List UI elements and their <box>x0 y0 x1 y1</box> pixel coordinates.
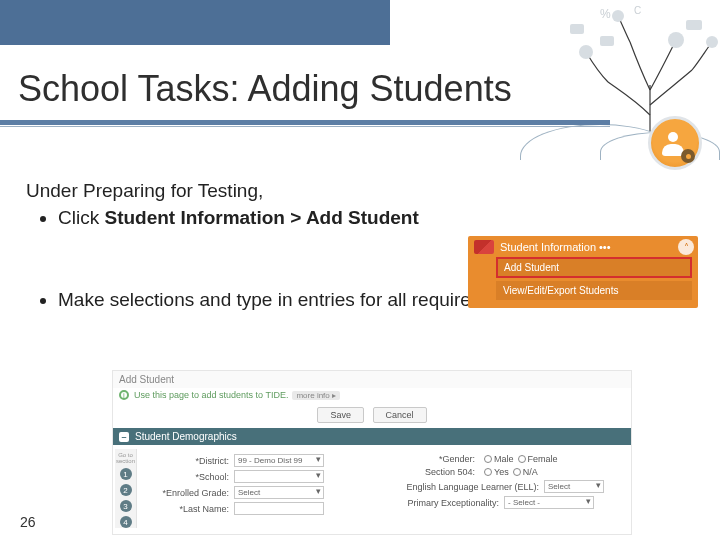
info-icon: i <box>119 390 129 400</box>
title-underline <box>0 120 610 125</box>
school-select[interactable] <box>234 470 324 483</box>
ell-select[interactable]: Select <box>544 480 604 493</box>
district-select[interactable]: 99 - Demo Dist 99 <box>234 454 324 467</box>
step-2[interactable]: 2 <box>120 484 132 496</box>
svg-text:C: C <box>634 5 641 16</box>
sec504-label: Section 504: <box>389 467 475 477</box>
form-hint: i Use this page to add students to TIDE.… <box>113 388 631 404</box>
page-title: School Tasks: Adding Students <box>18 68 512 110</box>
svg-point-0 <box>668 32 684 48</box>
menu-title: Student Information <box>500 241 596 253</box>
lastname-label: *Last Name: <box>143 504 229 514</box>
gender-label: *Gender: <box>389 454 475 464</box>
gender-female-label: Female <box>528 454 558 464</box>
section-title: Student Demographics <box>135 431 237 442</box>
gender-male-label: Male <box>494 454 514 464</box>
grade-label: *Enrolled Grade: <box>143 488 229 498</box>
svg-rect-6 <box>570 24 584 34</box>
cancel-button[interactable]: Cancel <box>373 407 427 423</box>
save-button[interactable]: Save <box>317 407 364 423</box>
ell-label: English Language Learner (ELL): <box>389 482 539 492</box>
form-hint-text: Use this page to add students to TIDE. <box>134 390 288 400</box>
menu-item-view-students[interactable]: View/Edit/Export Students <box>496 281 692 300</box>
step-4[interactable]: 4 <box>120 516 132 528</box>
lastname-input[interactable] <box>234 502 324 515</box>
bullet-1-bold: Student Information > Add Student <box>104 207 418 228</box>
svg-point-3 <box>579 45 593 59</box>
sec504-yes-radio[interactable] <box>484 468 492 476</box>
tide-logo-icon <box>474 240 494 254</box>
section-student-demographics[interactable]: – Student Demographics <box>113 428 631 445</box>
svg-text:%: % <box>600 7 611 21</box>
step-3[interactable]: 3 <box>120 500 132 512</box>
school-label: *School: <box>143 472 229 482</box>
lead-text: Under Preparing for Testing, <box>26 180 698 202</box>
sec504-na-label: N/A <box>523 467 538 477</box>
district-label: *District: <box>143 456 229 466</box>
page-number: 26 <box>20 514 36 530</box>
svg-point-1 <box>612 10 624 22</box>
add-student-form: Add Student i Use this page to add stude… <box>112 370 632 535</box>
more-info-link[interactable]: more info ▸ <box>292 391 340 400</box>
header-blue-bar <box>0 0 390 45</box>
gender-male-radio[interactable] <box>484 455 492 463</box>
gear-icon <box>681 149 695 163</box>
menu-item-add-student[interactable]: Add Student <box>496 257 692 278</box>
collapse-icon[interactable]: ˄ <box>678 239 694 255</box>
svg-rect-4 <box>600 36 614 46</box>
svg-rect-5 <box>686 20 702 30</box>
sec504-yes-label: Yes <box>494 467 509 477</box>
gender-female-radio[interactable] <box>518 455 526 463</box>
sec504-na-radio[interactable] <box>513 468 521 476</box>
bullet-1-pre: Click <box>58 207 104 228</box>
menu-dots-icon: ••• <box>599 241 611 253</box>
bullet-1: Click Student Information > Add Student <box>58 205 698 231</box>
collapse-section-icon[interactable]: – <box>119 432 129 442</box>
step-1[interactable]: 1 <box>120 468 132 480</box>
slide-header: % C School Tasks: Adding Students <box>0 0 720 165</box>
user-settings-icon <box>648 116 702 170</box>
exceptionality-label: Primary Exceptionality: <box>389 498 499 508</box>
step-nav: Go to section 1 2 3 4 <box>115 449 137 528</box>
step-nav-label: Go to section <box>115 452 136 464</box>
exceptionality-select[interactable]: - Select - <box>504 496 594 509</box>
grade-select[interactable]: Select <box>234 486 324 499</box>
form-breadcrumb: Add Student <box>113 371 631 388</box>
menu-header: Student Information ••• ˄ <box>468 236 698 257</box>
svg-point-2 <box>706 36 718 48</box>
student-info-menu: Student Information ••• ˄ Add Student Vi… <box>468 236 698 308</box>
